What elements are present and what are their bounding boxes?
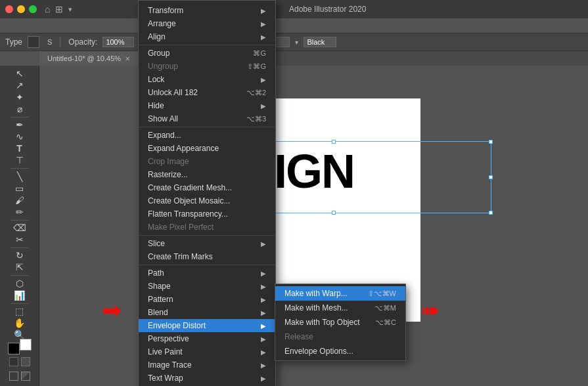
menu-perspective[interactable]: Perspective ▶	[139, 332, 275, 345]
select-tool[interactable]: ↖	[9, 68, 30, 79]
submenu-make-top-object[interactable]: Make with Top Object ⌥⌘C	[275, 315, 405, 330]
opacity-input[interactable]	[102, 37, 134, 47]
transform-arrow: ▶	[261, 7, 266, 14]
scissors-tool[interactable]: ✂	[9, 234, 30, 245]
separator	[60, 37, 60, 47]
submenu-make-mesh[interactable]: Make with Mesh... ⌥⌘M	[275, 301, 405, 315]
tab-bar: Untitled-10* @ 10.45% ✕	[39, 51, 588, 66]
menu-pattern[interactable]: Pattern ▶	[139, 293, 275, 306]
menu-expand-label: Expand...	[148, 131, 181, 140]
menu-align[interactable]: Align ▶	[139, 30, 275, 43]
behind-mode[interactable]	[21, 357, 30, 366]
grid-icon[interactable]: ⊞	[55, 4, 63, 14]
menu-transform[interactable]: Transform ▶	[139, 4, 275, 17]
tab-label: Untitled-10* @ 10.45%	[47, 54, 121, 62]
maximize-button[interactable]	[29, 5, 37, 13]
show-all-shortcut: ⌥⌘3	[246, 115, 266, 123]
normal-mode[interactable]	[9, 357, 18, 366]
menu-slice-label: Slice	[148, 239, 165, 248]
fill-color[interactable]	[8, 343, 20, 354]
magic-wand-tool[interactable]: ✦	[9, 92, 30, 102]
menu-shape-label: Shape	[148, 282, 171, 291]
menu-slice[interactable]: Slice ▶	[139, 237, 275, 250]
stroke-color[interactable]	[20, 339, 32, 351]
screen-mode[interactable]	[9, 372, 18, 381]
paintbrush-tool[interactable]: 🖌	[9, 195, 30, 205]
menu-ungroup: Ungroup ⇧⌘G	[139, 60, 275, 73]
menu-unlock-all[interactable]: Unlock All 182 ⌥⌘2	[139, 86, 275, 99]
submenu-release: Release	[275, 330, 405, 344]
pattern-arrow: ▶	[261, 296, 266, 303]
tab-close-button[interactable]: ✕	[125, 55, 130, 62]
menu-live-paint[interactable]: Live Paint ▶	[139, 345, 275, 358]
menu-flatten[interactable]: Flatten Transparency...	[139, 207, 275, 221]
menu-show-all-label: Show All	[148, 114, 178, 123]
type-controls: S	[47, 38, 52, 46]
half-mode[interactable]	[21, 372, 30, 381]
submenu-make-warp[interactable]: Make with Warp... ⇧⌥⌘W	[275, 286, 405, 301]
artboard-tool[interactable]: ⬚	[9, 306, 30, 316]
document-tab[interactable]: Untitled-10* @ 10.45% ✕	[39, 51, 139, 66]
close-button[interactable]	[5, 5, 13, 13]
menu-show-all[interactable]: Show All ⌥⌘3	[139, 112, 275, 125]
line-tool[interactable]: ╲	[9, 171, 30, 182]
menu-text-wrap[interactable]: Text Wrap ▶	[139, 372, 275, 385]
menu-expand[interactable]: Expand...	[139, 129, 275, 142]
title-bar-icons: ⌂ ⊞ ▾	[45, 4, 72, 14]
menu-create-mosaic[interactable]: Create Object Mosaic...	[139, 194, 275, 207]
path-arrow: ▶	[261, 270, 266, 277]
release-label: Release	[284, 332, 313, 341]
eraser-tool[interactable]: ⌫	[9, 223, 30, 233]
menu-blend[interactable]: Blend ▶	[139, 306, 275, 319]
rectangle-tool[interactable]: ▭	[9, 183, 30, 194]
menu-create-gradient[interactable]: Create Gradient Mesh...	[139, 181, 275, 194]
shape-builder-tool[interactable]: ⬡	[9, 278, 30, 289]
menu-arrange[interactable]: Arrange ▶	[139, 17, 275, 30]
menu-group[interactable]: Group ⌘G	[139, 47, 275, 60]
chart-tool[interactable]: 📊	[9, 290, 30, 301]
pen-tool[interactable]: ✒	[9, 119, 30, 130]
fill-color-swatch[interactable]	[28, 36, 39, 48]
minimize-button[interactable]	[17, 5, 25, 13]
touch-type-tool[interactable]: ⊤	[9, 155, 30, 165]
menu-expand-appearance[interactable]: Expand Appearance	[139, 142, 275, 155]
menu-unlock-label: Unlock All 182	[148, 88, 198, 97]
font-arrow[interactable]: ▾	[295, 39, 298, 46]
submenu-envelope-options[interactable]: Envelope Options...	[275, 344, 405, 358]
menu-hide[interactable]: Hide ▶	[139, 99, 275, 112]
left-toolbar: ↖ ↗ ✦ ⌀ ✒ ∿ T ⊤ ╲ ▭ 🖌 ✏ ⌫ ✂ ↻ ⇱ ⬡ 📊 ⬚ ✋ …	[0, 66, 39, 386]
style-input[interactable]	[304, 37, 336, 47]
type-tool[interactable]: T	[9, 143, 30, 154]
traffic-lights	[5, 5, 37, 13]
menu-lock[interactable]: Lock ▶	[139, 73, 275, 86]
hand-tool[interactable]: ✋	[9, 318, 30, 328]
text-wrap-arrow: ▶	[261, 375, 266, 382]
menu-shape[interactable]: Shape ▶	[139, 280, 275, 293]
menu-blend-label: Blend	[148, 308, 168, 317]
menu-section-4: Slice ▶ Create Trim Marks	[139, 236, 275, 265]
menu-arrange-label: Arrange	[148, 19, 176, 28]
menu-flatten-label: Flatten Transparency...	[148, 209, 228, 219]
scale-tool[interactable]: ⇱	[9, 262, 30, 272]
menu-rasterize[interactable]: Rasterize...	[139, 168, 275, 181]
home-icon[interactable]: ⌂	[45, 4, 50, 14]
rotate-tool[interactable]: ↻	[9, 250, 30, 261]
make-mesh-label: Make with Mesh...	[284, 303, 348, 312]
lasso-tool[interactable]: ⌀	[9, 104, 30, 114]
menu-crop-image: Crop Image	[139, 155, 275, 168]
menu-image-trace[interactable]: Image Trace ▶	[139, 358, 275, 372]
hide-arrow: ▶	[261, 102, 266, 110]
menu-path[interactable]: Path ▶	[139, 267, 275, 280]
direct-select-tool[interactable]: ↗	[9, 80, 30, 91]
curvature-tool[interactable]: ∿	[9, 131, 30, 142]
pencil-tool[interactable]: ✏	[9, 207, 30, 217]
menu-expand-appearance-label: Expand Appearance	[148, 144, 219, 153]
handle-br	[489, 211, 493, 215]
make-warp-label: Make with Warp...	[284, 289, 348, 298]
color-boxes[interactable]	[8, 343, 32, 351]
perspective-arrow: ▶	[261, 335, 266, 343]
lock-arrow: ▶	[261, 76, 266, 83]
menu-trim-marks[interactable]: Create Trim Marks	[139, 250, 275, 263]
menu-envelope-distort[interactable]: Envelope Distort ▶	[139, 319, 275, 332]
menu-perspective-label: Perspective	[148, 334, 189, 343]
